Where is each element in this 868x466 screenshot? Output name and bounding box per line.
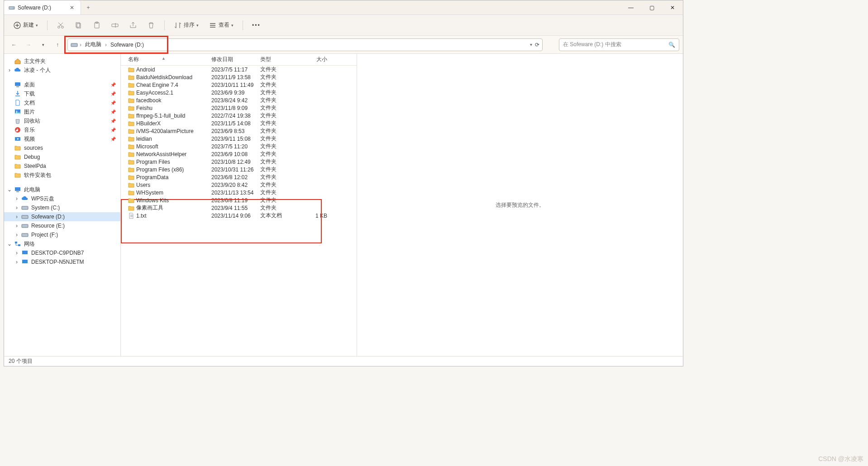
cloud-icon — [14, 67, 21, 74]
address-bar[interactable]: › 此电脑 › Sofeware (D:) ▾ ⟳ — [67, 38, 543, 51]
expand-icon[interactable]: › — [14, 259, 19, 265]
sidebar-host2[interactable]: ›DESKTOP-N5NJETM — [4, 257, 120, 266]
sidebar-install[interactable]: 软件安装包 — [4, 171, 120, 180]
file-list[interactable]: Android2023/7/5 11:17文件夹BaiduNetdiskDown… — [121, 66, 357, 356]
file-row[interactable]: leidian2023/9/11 15:08文件夹 — [121, 135, 357, 143]
file-row[interactable]: iVMS-4200alarmPicture2023/6/9 8:53文件夹 — [121, 127, 357, 135]
refresh-button[interactable]: ⟳ — [535, 42, 539, 48]
close-button[interactable]: ✕ — [662, 0, 683, 14]
sidebar-steelpda[interactable]: SteelPda — [4, 162, 120, 171]
file-row[interactable]: Program Files (x86)2023/10/31 11:26文件夹 — [121, 166, 357, 173]
expand-icon[interactable]: › — [14, 250, 19, 256]
more-button[interactable]: ••• — [248, 20, 264, 30]
file-row[interactable]: Cheat Engine 7.42023/10/11 11:49文件夹 — [121, 81, 357, 89]
tab-close-button[interactable]: ✕ — [68, 5, 76, 11]
breadcrumb-pc[interactable]: 此电脑 — [83, 41, 103, 48]
file-type: 文件夹 — [260, 112, 303, 119]
file-row[interactable]: Android2023/7/5 11:17文件夹 — [121, 66, 357, 73]
column-date[interactable]: 修改日期 — [211, 56, 260, 63]
sidebar-documents[interactable]: 文档📌 — [4, 98, 120, 107]
file-name: BaiduNetdiskDownload — [136, 74, 192, 81]
sidebar-pictures[interactable]: 图片📌 — [4, 107, 120, 116]
cut-button[interactable] — [53, 19, 68, 31]
delete-button[interactable] — [143, 19, 159, 31]
column-name[interactable]: 名称▲ — [121, 56, 211, 63]
sidebar-home[interactable]: 主文件夹 — [4, 57, 120, 66]
file-row[interactable]: Program Files2023/10/8 12:49文件夹 — [121, 158, 357, 166]
svg-rect-9 — [112, 24, 118, 27]
cloud-icon — [21, 195, 29, 202]
sidebar-host1[interactable]: ›DESKTOP-C9PDNB7 — [4, 248, 120, 257]
file-date: 2023/11/14 9:06 — [211, 213, 260, 219]
paste-button[interactable] — [89, 19, 105, 31]
file-row[interactable]: 1.txt2023/11/14 9:06文本文档1 KB — [121, 212, 357, 219]
forward-button[interactable]: → — [22, 38, 35, 51]
folder-icon — [14, 171, 21, 179]
minimize-button[interactable]: — — [620, 0, 641, 14]
column-type[interactable]: 类型 — [260, 56, 303, 63]
file-row[interactable]: BaiduNetdiskDownload2023/11/9 13:58文件夹 — [121, 73, 357, 81]
file-row[interactable]: facedbook2023/8/24 9:42文件夹 — [121, 96, 357, 104]
sidebar-sources[interactable]: sources — [4, 143, 120, 152]
expand-icon[interactable]: › — [7, 67, 12, 73]
sidebar-wps[interactable]: ›WPS云盘 — [4, 194, 120, 203]
sidebar-recycle[interactable]: 回收站📌 — [4, 116, 120, 125]
file-type: 文件夹 — [260, 204, 303, 212]
file-row[interactable]: ProgramData2023/6/8 12:02文件夹 — [121, 173, 357, 181]
view-button[interactable]: 查看 ▾ — [205, 19, 237, 31]
share-button[interactable] — [125, 19, 141, 31]
expand-icon[interactable]: › — [14, 195, 19, 202]
file-name: EasyAccess2.1 — [136, 90, 173, 96]
collapse-icon[interactable]: ⌄ — [7, 186, 12, 193]
maximize-button[interactable]: ▢ — [641, 0, 662, 14]
file-row[interactable]: Microsoft2023/7/5 11:20文件夹 — [121, 143, 357, 150]
expand-icon[interactable]: › — [14, 204, 19, 211]
rename-button[interactable] — [107, 19, 123, 31]
sidebar-debug[interactable]: Debug — [4, 152, 120, 162]
file-date: 2023/9/4 11:55 — [211, 205, 260, 211]
file-row[interactable]: ffmpeg-5.1-full_build2022/7/24 19:38文件夹 — [121, 112, 357, 119]
new-tab-button[interactable]: ＋ — [81, 0, 95, 14]
recent-button[interactable]: ▾ — [37, 38, 49, 51]
svg-point-4 — [62, 26, 64, 28]
sidebar-videos[interactable]: 视频📌 — [4, 134, 120, 143]
new-button[interactable]: 新建 ▾ — [10, 19, 42, 31]
search-input[interactable]: 在 Sofeware (D:) 中搜索 🔍 — [559, 38, 679, 51]
sort-button[interactable]: 排序 ▾ — [170, 19, 202, 31]
folder-icon — [128, 120, 134, 127]
sidebar-drive-d[interactable]: ›Sofeware (D:) — [4, 212, 120, 221]
sidebar-desktop[interactable]: 桌面📌 — [4, 80, 120, 89]
file-row[interactable]: WHSystem2023/11/13 13:54文件夹 — [121, 189, 357, 196]
file-date: 2022/7/24 19:38 — [211, 113, 260, 119]
file-row[interactable]: Feishu2023/11/8 9:09文件夹 — [121, 104, 357, 112]
expand-icon[interactable]: › — [14, 214, 19, 220]
sidebar-drive-f[interactable]: ›Project (F:) — [4, 230, 120, 239]
breadcrumb-drive[interactable]: Sofeware (D:) — [109, 42, 146, 48]
file-row[interactable]: NetworkAssistHelper2023/6/9 10:08文件夹 — [121, 150, 357, 158]
file-row[interactable]: 像素画工具2023/9/4 11:55文件夹 — [121, 204, 357, 212]
file-name: Android — [136, 67, 155, 73]
sidebar-drive-e[interactable]: ›Resource (E:) — [4, 221, 120, 230]
copy-button[interactable] — [71, 19, 86, 31]
expand-icon[interactable]: › — [14, 232, 19, 238]
file-row[interactable]: EasyAccess2.12023/6/9 9:39文件夹 — [121, 89, 357, 96]
sidebar-this-pc[interactable]: ⌄此电脑 — [4, 185, 120, 194]
file-name: 像素画工具 — [136, 204, 163, 212]
collapse-icon[interactable]: ⌄ — [7, 241, 12, 247]
chevron-down-icon[interactable]: ▾ — [530, 42, 532, 47]
sidebar-downloads[interactable]: 下载📌 — [4, 89, 120, 98]
column-size[interactable]: 大小 — [303, 56, 331, 63]
sidebar-network[interactable]: ⌄网络 — [4, 239, 120, 248]
file-name: facedbook — [136, 97, 161, 104]
expand-icon[interactable]: › — [14, 223, 19, 229]
tab-current[interactable]: Sofeware (D:) ✕ — [4, 0, 81, 14]
file-row[interactable]: Users2023/9/20 8:42文件夹 — [121, 181, 357, 189]
sidebar-drive-c[interactable]: ›System (C:) — [4, 203, 120, 212]
sidebar-music[interactable]: 音乐📌 — [4, 125, 120, 134]
sort-label: 排序 — [184, 21, 195, 29]
file-row[interactable]: Windows Kits2023/6/8 11:19文件夹 — [121, 196, 357, 204]
back-button[interactable]: ← — [8, 38, 20, 51]
file-row[interactable]: HBuilderX2023/11/5 14:08文件夹 — [121, 119, 357, 127]
up-button[interactable]: ↑ — [51, 38, 64, 51]
sidebar-user[interactable]: ›冰凌 - 个人 — [4, 66, 120, 75]
